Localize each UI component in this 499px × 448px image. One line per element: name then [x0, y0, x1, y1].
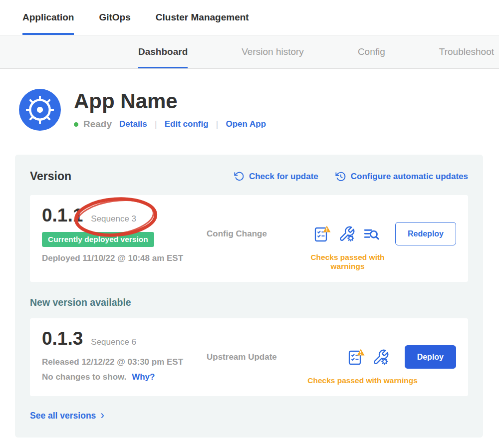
scheduled-update-icon [335, 171, 346, 182]
tab-gitops[interactable]: GitOps [99, 0, 130, 35]
new-version-heading: New version available [30, 297, 468, 308]
new-version-sequence: Sequence 6 [91, 337, 136, 347]
version-panel-header: Version Check for update [30, 170, 468, 183]
see-all-versions-link[interactable]: See all versions [30, 410, 468, 422]
no-changes-text: No changes to show. [42, 372, 126, 382]
app-header: App Name Ready Details Edit config Open … [0, 69, 499, 131]
app-info: App Name Ready Details Edit config Open … [74, 89, 266, 131]
checks-status-text: Checks passed with warnings [299, 253, 456, 271]
preflight-checks-icon[interactable] [313, 225, 331, 243]
tab-config[interactable]: Config [358, 35, 385, 68]
tab-dashboard[interactable]: Dashboard [138, 35, 188, 68]
current-version-number: 0.1.1 [42, 205, 83, 226]
new-version-info: 0.1.3 Sequence 6 Released 12/12/22 @ 03:… [42, 328, 207, 382]
status-row: Ready Details Edit config Open App [74, 119, 266, 130]
version-panel: Version Check for update [15, 155, 483, 438]
preflight-checks-icon[interactable] [347, 348, 365, 366]
open-app-link[interactable]: Open App [226, 119, 266, 129]
new-version-card: 0.1.3 Sequence 6 Released 12/12/22 @ 03:… [30, 318, 468, 396]
checks-status-text: Checks passed with warnings [299, 376, 456, 385]
chevron-right-icon [100, 410, 104, 421]
tab-troubleshoot[interactable]: Troubleshoot [439, 35, 494, 68]
config-wrench-gear-icon[interactable] [338, 225, 355, 242]
configure-automatic-updates-label: Configure automatic updates [351, 172, 468, 182]
see-all-versions-label: See all versions [30, 411, 96, 421]
details-link[interactable]: Details [119, 119, 147, 129]
deployed-timestamp: Deployed 11/10/22 @ 10:48 am EST [42, 253, 207, 263]
deploy-button[interactable]: Deploy [405, 345, 456, 369]
no-changes-row: No changes to show. Why? [42, 372, 207, 382]
redeploy-button[interactable]: Redeploy [395, 222, 456, 245]
edit-config-link[interactable]: Edit config [165, 119, 209, 129]
current-version-sequence: Sequence 3 [91, 214, 136, 224]
view-diff-icon[interactable] [363, 225, 380, 242]
current-version-actions: Redeploy Checks passed with warnings [299, 222, 456, 271]
top-nav: Application GitOps Cluster Management [0, 0, 499, 35]
divider [216, 119, 219, 130]
tab-version-history[interactable]: Version history [242, 35, 304, 68]
version-panel-title: Version [30, 170, 71, 183]
change-type-label: Upstream Update [207, 352, 299, 362]
page-title: App Name [74, 90, 266, 113]
why-link[interactable]: Why? [132, 372, 155, 382]
new-version-number: 0.1.3 [42, 328, 83, 349]
currently-deployed-badge: Currently deployed version [42, 232, 154, 247]
kubernetes-logo-icon [19, 89, 61, 131]
config-wrench-gear-icon[interactable] [372, 349, 389, 366]
app-sub-nav: Dashboard Version history Config Trouble… [0, 35, 499, 69]
check-for-update-link[interactable]: Check for update [234, 171, 318, 182]
new-version-actions: Deploy Checks passed with warnings [299, 345, 456, 385]
refresh-icon [234, 171, 245, 182]
configure-automatic-updates-link[interactable]: Configure automatic updates [335, 171, 468, 182]
status-dot-icon [74, 122, 78, 127]
change-type-label: Config Change [207, 229, 299, 239]
current-version-card: 0.1.1 Sequence 3 Currently deployed vers… [30, 195, 468, 282]
current-version-info: 0.1.1 Sequence 3 Currently deployed vers… [42, 205, 207, 263]
divider [155, 119, 157, 130]
check-for-update-label: Check for update [249, 172, 318, 182]
tab-application[interactable]: Application [22, 0, 74, 35]
version-panel-actions: Check for update Configure automatic upd… [234, 171, 468, 182]
tab-cluster-management[interactable]: Cluster Management [156, 0, 249, 35]
status-badge: Ready [83, 119, 112, 130]
released-timestamp: Released 12/12/22 @ 03:30 pm EST [42, 357, 207, 367]
